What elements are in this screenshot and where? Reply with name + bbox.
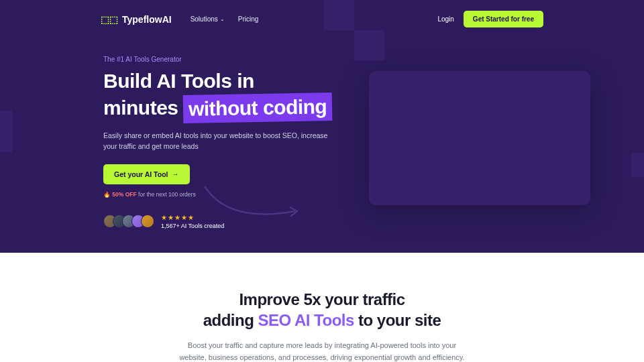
top-nav: ⬚⬚ TypeflowAI Solutions ⌄ Pricing Login … xyxy=(0,0,644,27)
get-tool-button[interactable]: Get your AI Tool → xyxy=(103,164,190,184)
section-title: Improve 5x your traffic adding SEO AI To… xyxy=(0,289,644,330)
title-emphasis: SEO AI Tools xyxy=(258,311,354,329)
tools-created-count: 1,567+ AI Tools created xyxy=(161,223,224,229)
nav-solutions[interactable]: Solutions ⌄ xyxy=(191,15,225,23)
logo[interactable]: ⬚⬚ TypeflowAI xyxy=(101,14,172,25)
section-subhead: Boost your traffic and capture more lead… xyxy=(174,340,470,362)
eyebrow-text: The #1 AI Tools Generator xyxy=(103,56,335,63)
hero-content: The #1 AI Tools Generator Build AI Tools… xyxy=(0,27,335,229)
brand-name: TypeflowAI xyxy=(122,14,172,25)
avatar-stack xyxy=(103,215,154,228)
get-started-button[interactable]: Get Started for free xyxy=(464,11,543,27)
decorative-square xyxy=(354,30,384,60)
promo-text: for the next 100 orders xyxy=(138,191,196,198)
nav-links: Solutions ⌄ Pricing xyxy=(191,15,259,23)
social-text: ★★★★★ 1,567+ AI Tools created xyxy=(161,214,224,229)
nav-pricing[interactable]: Pricing xyxy=(238,15,259,23)
headline-highlight: without coding xyxy=(183,93,333,123)
decorative-square xyxy=(632,153,644,177)
promo-line: 🔥 50% OFF for the next 100 orders xyxy=(103,191,335,198)
chevron-down-icon: ⌄ xyxy=(220,16,225,22)
traffic-section: Improve 5x your traffic adding SEO AI To… xyxy=(0,253,644,362)
nav-right: Login Get Started for free xyxy=(437,11,543,27)
arrow-right-icon: → xyxy=(172,170,179,178)
avatar xyxy=(141,215,154,228)
logo-icon: ⬚⬚ xyxy=(101,14,118,25)
login-link[interactable]: Login xyxy=(437,15,453,23)
hero-headline: Build AI Tools in minutes without coding xyxy=(103,68,335,121)
stars-icon: ★★★★★ xyxy=(161,214,224,221)
device-mockup xyxy=(369,71,590,205)
promo-badge: 🔥 50% OFF xyxy=(103,191,137,198)
hero-subhead: Easily share or embed AI tools into your… xyxy=(103,131,331,152)
social-proof: ★★★★★ 1,567+ AI Tools created xyxy=(103,214,335,229)
hero-section: ⬚⬚ TypeflowAI Solutions ⌄ Pricing Login … xyxy=(0,0,644,253)
